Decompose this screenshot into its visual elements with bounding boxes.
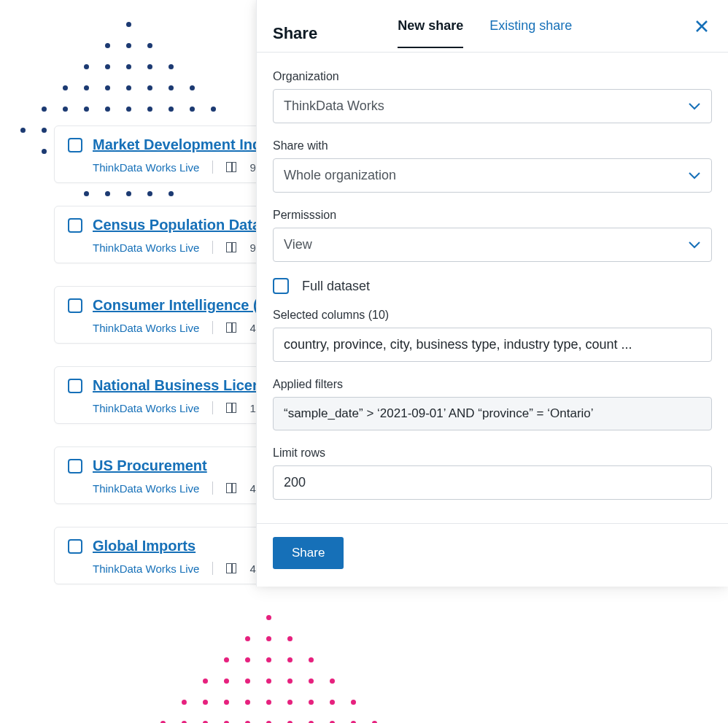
selected-columns-value: country, province, city, business type, …: [284, 337, 632, 352]
organization-field: Organization ThinkData Works: [273, 70, 712, 123]
modal-header: Share New share Existing share: [257, 0, 728, 53]
full-dataset-checkbox[interactable]: [273, 278, 289, 294]
columns-icon: [226, 162, 236, 172]
organization-label: Organization: [273, 70, 712, 83]
dataset-title[interactable]: US Procurement: [93, 457, 207, 474]
dataset-org: ThinkData Works Live: [93, 241, 199, 254]
close-icon: [694, 19, 709, 34]
dataset-checkbox[interactable]: [68, 459, 82, 473]
divider: [212, 482, 213, 495]
dataset-org: ThinkData Works Live: [93, 322, 199, 334]
permission-value: View: [284, 237, 312, 252]
dataset-checkbox[interactable]: [68, 379, 82, 393]
columns-icon: [226, 403, 236, 413]
permission-label: Permisssion: [273, 209, 712, 222]
dataset-meta-num: 4: [249, 322, 255, 334]
organization-select[interactable]: ThinkData Works: [273, 89, 712, 123]
permission-select[interactable]: View: [273, 228, 712, 262]
permission-field: Permisssion View: [273, 209, 712, 262]
full-dataset-row: Full dataset: [273, 278, 712, 294]
chevron-down-icon: [688, 171, 701, 180]
modal-title: Share: [273, 24, 317, 43]
divider: [212, 241, 213, 254]
tab-new-share[interactable]: New share: [398, 18, 463, 48]
dataset-meta-num: 4: [249, 482, 255, 495]
dataset-title[interactable]: Census Population Data: [93, 217, 260, 233]
decorative-dots-pink: [160, 615, 385, 723]
share-with-field: Share with Whole organization: [273, 139, 712, 193]
selected-columns-field: Selected columns (10) country, province,…: [273, 309, 712, 362]
applied-filters-label: Applied filters: [273, 378, 712, 391]
limit-rows-input[interactable]: [284, 475, 701, 490]
divider: [212, 161, 213, 174]
chevron-down-icon: [688, 241, 701, 250]
dataset-meta-num: 1: [249, 402, 255, 414]
columns-icon: [226, 483, 236, 493]
share-with-select[interactable]: Whole organization: [273, 158, 712, 193]
dataset-title[interactable]: Consumer Intelligence (agg: [93, 297, 284, 314]
tabs: New share Existing share: [398, 18, 572, 48]
dataset-org: ThinkData Works Live: [93, 482, 199, 495]
selected-columns-label: Selected columns (10): [273, 309, 712, 322]
dataset-org: ThinkData Works Live: [93, 402, 199, 414]
applied-filters-field: Applied filters “sample_date” > ‘2021-09…: [273, 378, 712, 430]
columns-icon: [226, 563, 236, 573]
divider: [212, 401, 213, 414]
dataset-checkbox[interactable]: [68, 298, 82, 313]
share-modal: Share New share Existing share Organizat…: [256, 0, 728, 587]
dataset-checkbox[interactable]: [68, 539, 82, 554]
applied-filters-box: “sample_date” > ‘2021-09-01’ AND “provin…: [273, 397, 712, 430]
columns-icon: [226, 322, 236, 333]
organization-value: ThinkData Works: [284, 98, 384, 114]
dataset-title[interactable]: Global Imports: [93, 538, 195, 554]
share-with-label: Share with: [273, 139, 712, 152]
divider: [212, 321, 213, 334]
dataset-meta-num: 9: [249, 241, 255, 254]
share-with-value: Whole organization: [284, 168, 396, 183]
chevron-down-icon: [688, 102, 701, 111]
limit-rows-input-box[interactable]: [273, 465, 712, 500]
share-button[interactable]: Share: [273, 537, 344, 569]
modal-footer: Share: [257, 523, 728, 587]
selected-columns-box[interactable]: country, province, city, business type, …: [273, 328, 712, 362]
limit-rows-label: Limit rows: [273, 446, 712, 460]
dataset-meta-num: 4: [249, 562, 255, 575]
dataset-checkbox[interactable]: [68, 138, 82, 152]
dataset-org: ThinkData Works Live: [93, 161, 199, 174]
full-dataset-label: Full dataset: [302, 279, 370, 294]
dataset-checkbox[interactable]: [68, 218, 82, 233]
close-button[interactable]: [692, 16, 712, 36]
divider: [212, 562, 213, 575]
applied-filters-value: “sample_date” > ‘2021-09-01’ AND “provin…: [284, 406, 594, 421]
modal-body: Organization ThinkData Works Share with …: [257, 53, 728, 523]
dataset-meta-num: 9: [249, 161, 255, 174]
dataset-title[interactable]: Market Development Index: [93, 136, 277, 153]
columns-icon: [226, 242, 236, 252]
tab-existing-share[interactable]: Existing share: [489, 18, 572, 48]
limit-rows-field: Limit rows: [273, 446, 712, 500]
dataset-org: ThinkData Works Live: [93, 562, 199, 575]
